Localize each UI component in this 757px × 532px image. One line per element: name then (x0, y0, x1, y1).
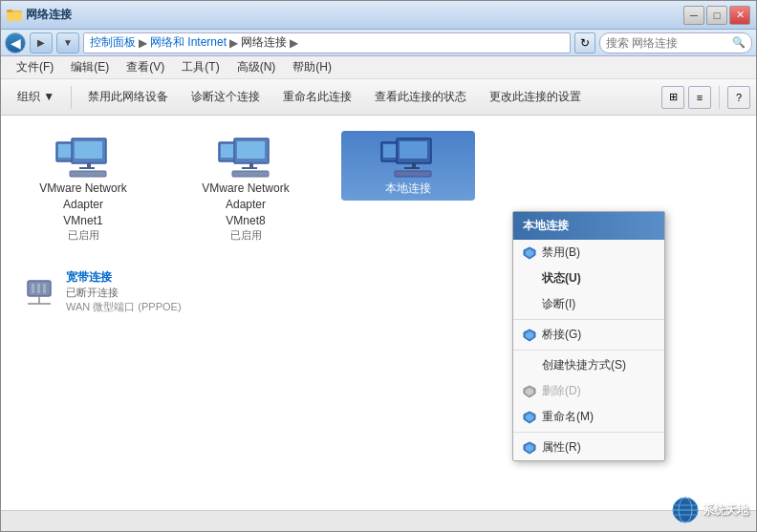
toolbar-right: ⊞ ≡ ? (661, 86, 750, 109)
context-menu-bridge[interactable]: 桥接(G) (513, 322, 664, 348)
context-menu-disable[interactable]: 禁用(B) (513, 240, 664, 266)
context-menu-shortcut[interactable]: 创建快捷方式(S) (513, 352, 664, 378)
address-bar: ◀ ▶ ▼ 控制面板 ▶ 网络和 Internet ▶ 网络连接 ▶ ↻ 🔍 (1, 30, 756, 56)
svg-rect-9 (70, 171, 106, 177)
status-bar (1, 510, 756, 531)
broadband-type: WAN 微型端口 (PPPOE) (66, 300, 182, 314)
dropdown-button[interactable]: ▼ (56, 32, 79, 53)
svg-rect-14 (249, 163, 253, 167)
svg-rect-21 (412, 163, 416, 167)
breadcrumb-current[interactable]: 网络连接 (241, 34, 287, 51)
svg-rect-20 (400, 141, 427, 159)
search-icon: 🔍 (732, 36, 746, 49)
main-content: VMware Network AdapterVMnet1 已启用 (1, 116, 756, 510)
context-menu-sep-3 (513, 432, 664, 433)
context-menu-status[interactable]: 状态(U) (513, 266, 664, 291)
diagnose-button[interactable]: 诊断这个连接 (181, 83, 270, 112)
menu-help[interactable]: 帮助(H) (285, 57, 339, 77)
svg-rect-6 (75, 141, 102, 159)
view-toggle-button[interactable]: ⊞ (661, 86, 684, 109)
vmnet8-icon (217, 135, 274, 181)
context-menu-sep-2 (513, 350, 664, 351)
search-box[interactable]: 🔍 (599, 32, 752, 53)
list-view-button[interactable]: ≡ (688, 86, 711, 109)
context-menu-delete[interactable]: 删除(D) (513, 378, 664, 404)
close-button[interactable]: ✕ (729, 6, 750, 25)
toolbar-separator-1 (71, 86, 72, 109)
breadcrumb-network[interactable]: 网络和 Internet (150, 34, 227, 51)
shield-icon-delete-gray (523, 385, 536, 398)
vmnet8-status: 已启用 (230, 228, 262, 243)
view-status-button[interactable]: 查看此连接的状态 (364, 83, 477, 112)
shield-icon-properties (523, 441, 536, 455)
window-title: 网络连接 (26, 7, 72, 23)
vmnet8-item[interactable]: VMware Network AdapterVMnet8 已启用 (179, 131, 313, 246)
svg-rect-25 (32, 284, 34, 293)
context-menu: 本地连接 禁用(B) 状态(U) 诊断(I) (512, 211, 665, 461)
folder-icon (7, 8, 22, 23)
svg-rect-22 (404, 167, 420, 169)
watermark-text: 系统天地 (703, 502, 748, 519)
title-controls: ─ □ ✕ (683, 6, 750, 25)
svg-rect-8 (79, 167, 95, 169)
title-bar-left: 网络连接 (7, 7, 683, 23)
broadband-status: 已断开连接 (66, 286, 182, 300)
menu-view[interactable]: 查看(V) (119, 57, 172, 77)
svg-rect-13 (237, 141, 265, 159)
watermark: 系统天地 (672, 497, 748, 523)
forward-button[interactable]: ▶ (30, 32, 53, 53)
menu-file[interactable]: 文件(F) (9, 57, 61, 77)
breadcrumb-controlpanel[interactable]: 控制面板 (90, 34, 136, 51)
svg-rect-23 (395, 171, 431, 177)
vmnet1-status: 已启用 (68, 228, 99, 243)
search-input[interactable] (606, 36, 728, 50)
local-connection-icon (379, 135, 437, 181)
change-settings-button[interactable]: 更改此连接的设置 (479, 83, 592, 112)
local-connection-item[interactable]: 本地连接 (341, 131, 475, 201)
context-menu-rename[interactable]: 重命名(M) (513, 404, 664, 430)
svg-rect-7 (87, 163, 91, 167)
title-bar: 网络连接 ─ □ ✕ (1, 1, 756, 30)
vmnet1-item[interactable]: VMware Network AdapterVMnet1 已启用 (16, 131, 150, 246)
svg-rect-16 (232, 171, 269, 177)
toolbar-separator-2 (719, 86, 720, 109)
vmnet8-label: VMware Network AdapterVMnet8 (183, 181, 309, 228)
shield-icon-disable (523, 246, 536, 260)
toolbar: 组织 ▼ 禁用此网络设备 诊断这个连接 重命名此连接 查看此连接的状态 更改此连… (1, 79, 756, 116)
broadband-icon (20, 269, 58, 308)
maximize-button[interactable]: □ (706, 6, 727, 25)
main-window: 网络连接 ─ □ ✕ ◀ ▶ ▼ 控制面板 ▶ 网络和 Internet ▶ 网… (0, 0, 757, 532)
disable-device-button[interactable]: 禁用此网络设备 (77, 83, 179, 112)
menu-bar: 文件(F) 编辑(E) 查看(V) 工具(T) 高级(N) 帮助(H) (1, 56, 756, 79)
minimize-button[interactable]: ─ (683, 6, 704, 25)
svg-rect-26 (37, 284, 40, 293)
vmnet1-icon (54, 135, 112, 181)
svg-rect-15 (242, 167, 257, 169)
menu-tools[interactable]: 工具(T) (174, 57, 227, 77)
context-menu-diagnose[interactable]: 诊断(I) (513, 291, 664, 317)
context-menu-header: 本地连接 (513, 212, 664, 240)
local-connection-label: 本地连接 (385, 181, 431, 197)
organize-button[interactable]: 组织 ▼ (7, 83, 65, 112)
menu-edit[interactable]: 编辑(E) (63, 57, 117, 77)
vmnet1-label: VMware Network AdapterVMnet1 (20, 181, 146, 228)
rename-button[interactable]: 重命名此连接 (272, 83, 362, 112)
refresh-button[interactable]: ↻ (574, 32, 595, 53)
back-button[interactable]: ◀ (5, 32, 26, 53)
broadband-name: 宽带连接 (66, 269, 182, 286)
broadband-info: 宽带连接 已断开连接 WAN 微型端口 (PPPOE) (66, 269, 182, 314)
svg-rect-27 (43, 284, 46, 293)
menu-advanced[interactable]: 高级(N) (229, 57, 284, 77)
globe-icon (672, 497, 699, 523)
svg-rect-1 (7, 12, 22, 21)
context-menu-properties[interactable]: 属性(R) (513, 435, 664, 460)
svg-rect-2 (7, 10, 12, 12)
shield-icon-rename (523, 411, 536, 424)
context-menu-sep-1 (513, 319, 664, 320)
address-path[interactable]: 控制面板 ▶ 网络和 Internet ▶ 网络连接 ▶ (83, 32, 571, 53)
shield-icon-bridge (523, 329, 536, 342)
help-button[interactable]: ? (727, 86, 750, 109)
